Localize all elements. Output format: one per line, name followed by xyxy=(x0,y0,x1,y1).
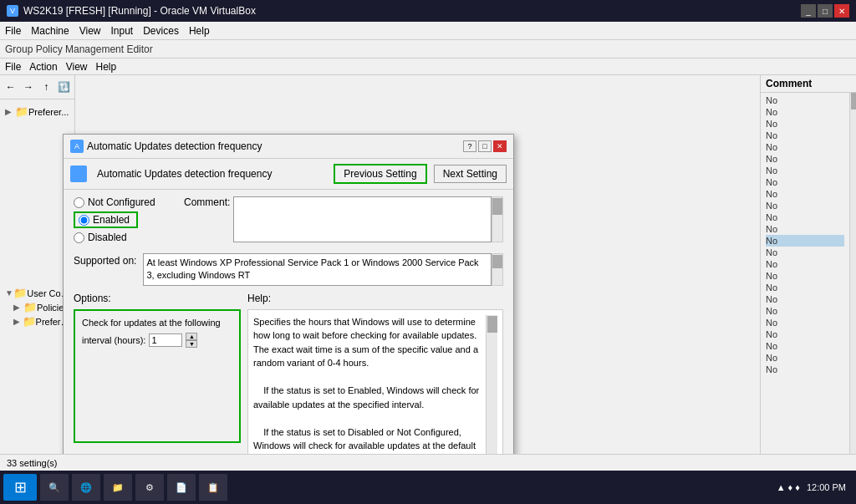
vm-close-button[interactable]: ✕ xyxy=(834,4,849,18)
setting-name-text: Automatic Updates detection frequency xyxy=(97,168,327,180)
radio-enabled-label: Enabled xyxy=(93,214,130,226)
comment-textarea[interactable] xyxy=(233,196,492,242)
vm-menu-help[interactable]: Help xyxy=(189,25,210,37)
folder-icon2: 📁 xyxy=(13,287,27,299)
comment-row-2: No xyxy=(766,106,844,118)
tree-expand-icon3: ▶ xyxy=(13,303,23,312)
vm-minimize-button[interactable]: _ xyxy=(801,4,816,18)
clipboard-icon: 📋 xyxy=(206,480,221,495)
right-panel-scrollbar[interactable] xyxy=(849,93,856,501)
sidebar-forward-button[interactable]: → xyxy=(20,78,36,96)
radio-not-configured-input[interactable] xyxy=(74,197,84,208)
tree-expand-icon2: ▼ xyxy=(5,288,13,298)
comment-scrollbar-thumb xyxy=(492,198,502,215)
sidebar-refresh-button[interactable]: 🔃 xyxy=(56,78,72,96)
comment-row-22: No xyxy=(766,340,844,352)
right-panel: Comment No No No No No No No No No No No… xyxy=(760,75,856,504)
comment-row-5: No xyxy=(766,141,844,153)
main-content: ← → ↑ 🔃 ▶ 📁 Preferer... ▼ 📁 User Con xyxy=(0,75,856,504)
radio-group: Not Configured Enabled Disabled xyxy=(74,196,174,247)
comment-row-3: No xyxy=(766,118,844,130)
tree-expand-icon4: ▶ xyxy=(13,317,23,326)
vm-menu-devices[interactable]: Devices xyxy=(143,25,179,37)
app-menu-view[interactable]: View xyxy=(66,61,88,73)
comment-row-13: No xyxy=(766,235,844,247)
app-menubar: File Action View Help xyxy=(0,59,856,75)
vm-maximize-button[interactable]: □ xyxy=(818,4,833,18)
radio-enabled-input[interactable] xyxy=(79,215,89,226)
dialog-control-buttons: ? □ ✕ xyxy=(463,140,507,152)
sidebar-up-button[interactable]: ↑ xyxy=(38,78,54,96)
taskbar-start-button[interactable]: ⊞ xyxy=(3,474,37,501)
vm-title-left: V WS2K19 [FRESH] [Running] - Oracle VM V… xyxy=(7,5,256,17)
radio-not-configured[interactable]: Not Configured xyxy=(74,196,174,208)
comment-row-8: No xyxy=(766,176,844,188)
comment-row-21: No xyxy=(766,328,844,340)
folder-taskbar-icon: 📁 xyxy=(110,480,125,495)
app-menu-help[interactable]: Help xyxy=(96,61,117,73)
dialog-help-button[interactable]: ? xyxy=(463,140,476,152)
help-text: Specifies the hours that Windows will us… xyxy=(253,315,486,370)
radio-not-configured-label: Not Configured xyxy=(88,196,155,208)
vm-window-controls[interactable]: _ □ ✕ xyxy=(801,4,849,18)
right-panel-content: No No No No No No No No No No No No No N… xyxy=(761,93,849,480)
dialog-restore-button[interactable]: □ xyxy=(478,140,492,152)
taskbar-explorer-button[interactable]: 📁 xyxy=(104,474,132,501)
vm-menu-view[interactable]: View xyxy=(79,25,101,37)
comment-row-10: No xyxy=(766,200,844,211)
app-title-text: Group Policy Management Editor xyxy=(5,43,153,55)
statusbar: 33 setting(s) xyxy=(0,454,856,471)
comment-label: Comment: xyxy=(184,196,230,208)
spin-down-button[interactable]: ▼ xyxy=(186,340,197,348)
next-setting-button[interactable]: Next Setting xyxy=(434,165,507,183)
comment-row-7: No xyxy=(766,165,844,176)
taskbar-browser-button[interactable]: 🌐 xyxy=(72,474,100,501)
comment-row-16: No xyxy=(766,270,844,282)
app-titlebar: Group Policy Management Editor xyxy=(0,40,856,59)
help-enabled-text: If the status is set to Enabled, Windows… xyxy=(253,384,486,411)
browser-icon: 🌐 xyxy=(79,480,94,495)
taskbar-systray: ▲ ♦ ♦ xyxy=(777,482,800,492)
sidebar-item-preferer1[interactable]: ▶ 📁 Preferer... xyxy=(2,104,73,119)
interval-spinner[interactable]: ▲ ▼ xyxy=(186,333,197,348)
taskbar-document-button[interactable]: 📄 xyxy=(167,474,196,501)
vm-menubar: File Machine View Input Devices Help xyxy=(0,22,856,40)
dialog-title: A Automatic Updates detection frequency xyxy=(70,140,262,153)
supported-label: Supported on: xyxy=(74,253,136,267)
sidebar-item-label: Preferer... xyxy=(28,107,69,117)
vm-menu-machine[interactable]: Machine xyxy=(31,25,69,37)
app-menu-file[interactable]: File xyxy=(5,61,21,73)
previous-setting-button[interactable]: Previous Setting xyxy=(334,164,426,184)
comment-section: Comment: xyxy=(184,196,503,253)
radio-enabled-wrapper[interactable]: Enabled xyxy=(74,211,138,228)
right-panel-header: Comment xyxy=(761,75,856,93)
sidebar-back-button[interactable]: ← xyxy=(3,78,18,96)
radio-disabled[interactable]: Disabled xyxy=(74,232,174,243)
comment-scrollbar[interactable] xyxy=(492,196,503,242)
interval-input[interactable] xyxy=(149,333,182,347)
dialog-close-button[interactable]: ✕ xyxy=(493,140,507,152)
app-menu-action[interactable]: Action xyxy=(29,61,57,73)
dialog-titlebar: A Automatic Updates detection frequency … xyxy=(64,135,513,159)
spin-up-button[interactable]: ▲ xyxy=(186,333,197,340)
radio-disabled-input[interactable] xyxy=(74,232,84,243)
scrollbar-thumb[interactable] xyxy=(851,93,856,109)
vm-menu-file[interactable]: File xyxy=(5,25,21,37)
comment-row-6: No xyxy=(766,153,844,165)
supported-scrollbar-thumb xyxy=(492,255,502,268)
interval-label: interval (hours): xyxy=(82,335,145,345)
dialog-title-icon: A xyxy=(70,140,84,153)
taskbar-search-button[interactable]: 🔍 xyxy=(40,474,69,501)
supported-text: At least Windows XP Professional Service… xyxy=(146,257,478,280)
vm-menu-input[interactable]: Input xyxy=(111,25,134,37)
taskbar-clipboard-button[interactable]: 📋 xyxy=(199,474,227,501)
setting-icon xyxy=(70,165,87,182)
supported-scrollbar[interactable] xyxy=(492,253,503,286)
comment-row-19: No xyxy=(766,305,844,317)
tree-expand-icon: ▶ xyxy=(5,107,15,116)
dialog-header: Automatic Updates detection frequency Pr… xyxy=(64,159,513,190)
taskbar-settings-button[interactable]: ⚙ xyxy=(135,474,164,501)
comment-row-9: No xyxy=(766,188,844,200)
supported-box: At least Windows XP Professional Service… xyxy=(143,253,492,286)
document-icon: 📄 xyxy=(174,480,189,495)
